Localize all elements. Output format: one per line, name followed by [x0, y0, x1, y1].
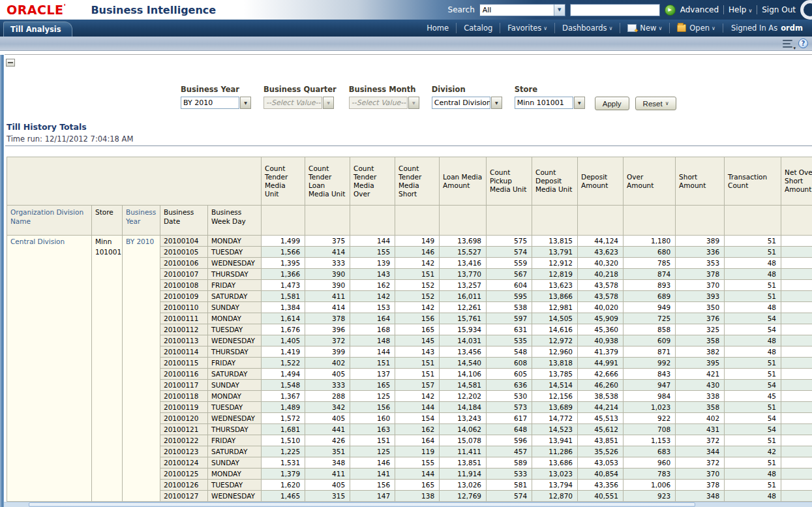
value-cell: 44,214 [578, 402, 624, 413]
column-header-empty [305, 206, 350, 236]
horizontal-scrollbar[interactable] [4, 502, 812, 507]
value-cell: 405 [305, 413, 350, 424]
column-header-organization-division-name[interactable]: Organization Division Name [7, 206, 92, 236]
business-year-cell[interactable]: BY 2010 [123, 236, 160, 502]
value-cell: 430 [676, 380, 725, 391]
org-division-cell[interactable]: Central Division [7, 236, 92, 502]
value-cell: 38,538 [578, 391, 624, 402]
value-cell: 48 [725, 335, 781, 346]
combobox-value: Central Division [432, 97, 490, 109]
row-header-row: Organization Division NameStoreBusiness … [7, 206, 812, 236]
value-cell: 13,257 [440, 280, 487, 291]
value-cell [781, 247, 812, 258]
nav-item-dashboards[interactable]: Dashboards∨ [554, 23, 620, 33]
column-header-over-amount: Over Amount [624, 157, 676, 206]
chevron-down-icon[interactable]: ▼ [574, 97, 585, 109]
value-cell: 160 [350, 413, 395, 424]
help-icon[interactable]: ? [798, 38, 808, 48]
nav-item-favorites[interactable]: Favorites∨ [500, 23, 554, 33]
search-label: Search [448, 5, 475, 14]
week-day-cell: SATURDAY [208, 291, 262, 302]
value-cell: 1,395 [262, 258, 305, 269]
value-cell: 43,356 [578, 480, 624, 491]
help-menu[interactable]: Help∨ [729, 5, 752, 14]
value-cell [781, 469, 812, 480]
value-cell: 45,360 [578, 324, 624, 335]
column-header-business-year[interactable]: Business Year [123, 206, 160, 236]
search-input[interactable] [570, 4, 660, 16]
value-cell: 13,689 [532, 402, 578, 413]
page: ORACLE' Business Intelligence Search All… [0, 0, 812, 507]
value-cell: 348 [676, 491, 725, 502]
value-cell: 1,023 [624, 402, 676, 413]
page-options-icon[interactable] [783, 40, 793, 48]
value-cell: 1,510 [262, 435, 305, 446]
divider [5, 54, 812, 55]
value-cell: 144 [395, 402, 440, 413]
value-cell: 725 [624, 313, 676, 324]
value-cell: 40,218 [578, 269, 624, 280]
chevron-down-icon[interactable]: ▼ [491, 97, 502, 109]
week-day-cell: WEDNESDAY [208, 413, 262, 424]
value-cell: 596 [487, 435, 532, 446]
reset-button[interactable]: Reset∨ [635, 97, 677, 110]
value-cell [781, 269, 812, 280]
value-cell: 13,023 [532, 469, 578, 480]
nav-item-new[interactable]: New∨ [620, 23, 669, 33]
business-date-cell: 20100126 [160, 480, 208, 491]
search-go-icon[interactable]: ▶ [665, 5, 676, 16]
nav-menu: HomeCatalogFavorites∨Dashboards∨New∨Open… [419, 20, 812, 37]
store-combobox[interactable]: Minn 101001▼ [515, 97, 585, 109]
division-combobox[interactable]: Central Division▼ [432, 97, 502, 109]
nav-item-catalog[interactable]: Catalog [456, 23, 500, 33]
value-cell [781, 413, 812, 424]
column-header-loan-media-amount: Loan Media Amount [440, 157, 487, 206]
value-cell: 125 [350, 446, 395, 457]
value-cell: 574 [487, 247, 532, 258]
value-cell: 12,972 [532, 335, 578, 346]
scrollbar-thumb[interactable] [29, 502, 695, 507]
search-scope-select[interactable]: All ▼ [479, 4, 565, 16]
chevron-down-icon[interactable]: ▼ [240, 97, 251, 109]
value-cell: 683 [624, 446, 676, 457]
value-cell: 13,785 [532, 369, 578, 380]
value-cell: 457 [487, 446, 532, 457]
value-cell: 405 [305, 369, 350, 380]
value-cell: 43,053 [578, 457, 624, 469]
nav-item-home[interactable]: Home [419, 23, 456, 33]
collapse-pane-icon[interactable] [6, 59, 15, 67]
value-cell: 567 [487, 269, 532, 280]
sign-out-link[interactable]: Sign Out [762, 5, 796, 14]
nav-item-open[interactable]: Open∨ [669, 23, 723, 33]
week-day-cell: MONDAY [208, 391, 262, 402]
value-cell: 51 [725, 457, 781, 469]
value-cell: 785 [624, 258, 676, 269]
business-date-cell: 20100118 [160, 391, 208, 402]
signed-in-as: Signed In Asordm [723, 23, 807, 33]
value-cell: 13,851 [440, 457, 487, 469]
value-cell: 13,818 [532, 358, 578, 369]
value-cell: 153 [350, 302, 395, 313]
value-cell: 45,612 [578, 424, 624, 435]
value-cell [781, 346, 812, 358]
value-cell: 157 [395, 380, 440, 391]
apply-button[interactable]: Apply [595, 97, 629, 110]
value-cell [781, 313, 812, 324]
value-cell: 11,286 [532, 446, 578, 457]
advanced-link[interactable]: Advanced [680, 5, 719, 14]
value-cell: 538 [487, 302, 532, 313]
value-cell: 376 [676, 313, 725, 324]
value-cell: 43,623 [578, 247, 624, 258]
value-cell: 165 [395, 480, 440, 491]
value-cell: 411 [305, 469, 350, 480]
value-cell: 575 [487, 236, 532, 247]
business-year-combobox[interactable]: BY 2010▼ [181, 97, 251, 109]
oracle-logo: ORACLE' [7, 3, 66, 17]
chevron-down-icon[interactable]: ▼ [554, 5, 565, 16]
tab-till-analysis[interactable]: Till Analysis [3, 22, 72, 37]
week-day-cell: TUESDAY [208, 480, 262, 491]
column-header-store: Store [92, 206, 123, 236]
value-cell: 13,941 [532, 435, 578, 446]
value-cell [781, 358, 812, 369]
new-document-icon [627, 24, 637, 32]
